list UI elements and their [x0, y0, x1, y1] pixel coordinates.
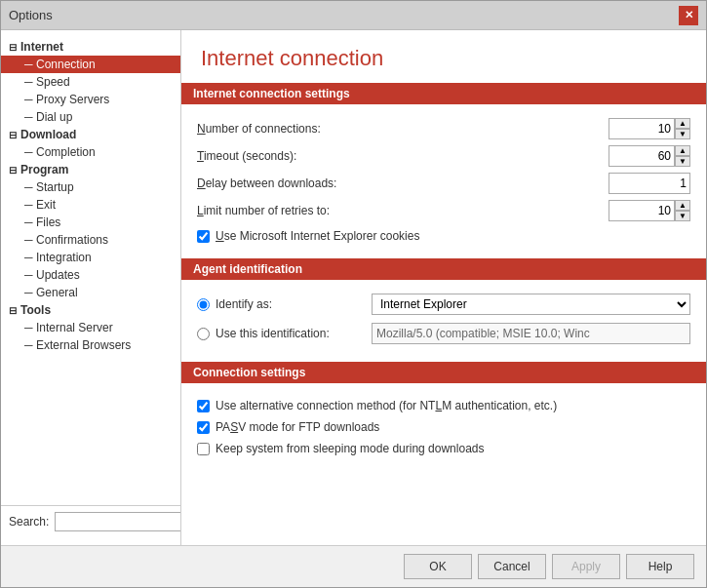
tree-item-completion[interactable]: ─Completion — [1, 143, 180, 161]
spin-up-timeout[interactable]: ▲ — [675, 145, 690, 156]
tree-item-startup[interactable]: ─Startup — [1, 178, 180, 196]
input-connections[interactable] — [609, 118, 675, 139]
spin-timeout: ▲ ▼ — [609, 145, 690, 167]
input-timeout[interactable] — [609, 145, 675, 167]
field-retries: Limit number of retries to: ▲ ▼ — [197, 200, 690, 221]
checkbox-alt-method-label: Use alternative connection method (for N… — [216, 399, 557, 412]
checkbox-alt-method-input[interactable] — [197, 400, 210, 412]
search-area: Search: — [1, 505, 180, 537]
tree-item-connection[interactable]: ─Connection — [1, 56, 180, 73]
checkbox-ie-cookies: Use Microsoft Internet Explorer cookies — [197, 227, 690, 245]
section-header-agent: Agent identification — [181, 258, 706, 280]
label-connections: Number of connections: — [197, 122, 609, 136]
checkbox-ie-cookies-label: Use Microsoft Internet Explorer cookies — [216, 229, 419, 243]
section-body-agent: Identify as: Internet Explorer Firefox C… — [181, 288, 706, 362]
ok-button[interactable]: OK — [404, 554, 472, 579]
label-retries: Limit number of retries to: — [197, 204, 609, 217]
sidebar: ⊟Internet─Connection─Speed─Proxy Servers… — [1, 30, 181, 545]
tree-item-program[interactable]: ⊟Program — [1, 161, 180, 178]
radio-custom-label: Use this identification: — [216, 327, 372, 340]
checkbox-sleep-label: Keep system from sleeping mode during do… — [216, 442, 484, 455]
search-label: Search: — [9, 515, 49, 529]
input-retries[interactable] — [609, 200, 675, 221]
tree-item-files[interactable]: ─Files — [1, 214, 180, 231]
section-header-connection: Internet connection settings — [181, 83, 706, 104]
spin-down-retries[interactable]: ▼ — [675, 211, 690, 221]
label-timeout: Timeout (seconds): — [197, 149, 609, 163]
input-delay-group — [609, 173, 690, 194]
spin-connections: ▲ ▼ — [609, 118, 690, 139]
close-button[interactable]: ✕ — [679, 6, 698, 25]
tree-item-integration[interactable]: ─Integration — [1, 249, 180, 266]
window-title: Options — [9, 8, 53, 22]
spin-down-timeout[interactable]: ▼ — [675, 156, 690, 167]
agent-select[interactable]: Internet Explorer Firefox Chrome Custom — [372, 294, 690, 315]
checkbox-sleep: Keep system from sleeping mode during do… — [197, 440, 690, 457]
label-delay: Delay between downloads: — [197, 176, 609, 190]
spin-btns-retries: ▲ ▼ — [675, 200, 690, 221]
checkbox-pasv: PASV mode for FTP downloads — [197, 418, 690, 436]
tree-item-proxy-servers[interactable]: ─Proxy Servers — [1, 91, 180, 108]
radio-identify-label: Identify as: — [216, 297, 372, 311]
section-body-conn2: Use alternative connection method (for N… — [181, 391, 706, 471]
cancel-button[interactable]: Cancel — [478, 554, 546, 579]
main-panel: Internet connection Internet connection … — [181, 30, 706, 545]
checkbox-pasv-label: PASV mode for FTP downloads — [216, 420, 379, 434]
agent-text-input[interactable] — [372, 323, 690, 344]
tree-item-external-browsers[interactable]: ─External Browsers — [1, 336, 180, 354]
spin-up-connections[interactable]: ▲ — [675, 118, 690, 129]
tree-item-speed[interactable]: ─Speed — [1, 73, 180, 91]
tree-item-internet[interactable]: ⊟Internet — [1, 38, 180, 56]
radio-custom-input[interactable] — [197, 328, 210, 340]
tree-item-updates[interactable]: ─Updates — [1, 266, 180, 284]
input-delay[interactable] — [609, 173, 690, 194]
spin-btns-timeout: ▲ ▼ — [675, 145, 690, 167]
panel-title: Internet connection — [181, 30, 706, 83]
title-bar: Options ✕ — [1, 1, 706, 30]
spin-btns-connections: ▲ ▼ — [675, 118, 690, 139]
field-connections: Number of connections: ▲ ▼ — [197, 118, 690, 139]
field-delay: Delay between downloads: — [197, 173, 690, 194]
tree-item-general[interactable]: ─General — [1, 284, 180, 301]
section-body-connection: Number of connections: ▲ ▼ Timeout (seco… — [181, 112, 706, 258]
search-input[interactable] — [55, 512, 181, 531]
checkbox-pasv-input[interactable] — [197, 421, 210, 434]
checkbox-ie-cookies-input[interactable] — [197, 230, 210, 243]
options-window: Options ✕ ⊟Internet─Connection─Speed─Pro… — [0, 0, 707, 588]
spin-up-retries[interactable]: ▲ — [675, 200, 690, 211]
spin-retries: ▲ ▼ — [609, 200, 690, 221]
tree-item-internal-server[interactable]: ─Internal Server — [1, 319, 180, 336]
checkbox-alt-method: Use alternative connection method (for N… — [197, 397, 690, 414]
radio-identify: Identify as: Internet Explorer Firefox C… — [197, 294, 690, 315]
help-button[interactable]: Help — [626, 554, 694, 579]
tree-item-tools[interactable]: ⊟Tools — [1, 301, 180, 319]
field-timeout: Timeout (seconds): ▲ ▼ — [197, 145, 690, 167]
tree-item-exit[interactable]: ─Exit — [1, 196, 180, 214]
checkbox-sleep-input[interactable] — [197, 443, 210, 455]
tree: ⊟Internet─Connection─Speed─Proxy Servers… — [1, 38, 180, 505]
tree-item-download[interactable]: ⊟Download — [1, 126, 180, 143]
section-header-conn2: Connection settings — [181, 362, 706, 383]
tree-item-dial-up[interactable]: ─Dial up — [1, 108, 180, 126]
footer: OK Cancel Apply Help — [1, 545, 706, 587]
spin-down-connections[interactable]: ▼ — [675, 129, 690, 139]
radio-identify-input[interactable] — [197, 298, 210, 311]
radio-custom: Use this identification: — [197, 323, 690, 344]
apply-button[interactable]: Apply — [552, 554, 620, 579]
tree-item-confirmations[interactable]: ─Confirmations — [1, 231, 180, 249]
content-area: ⊟Internet─Connection─Speed─Proxy Servers… — [1, 30, 706, 545]
